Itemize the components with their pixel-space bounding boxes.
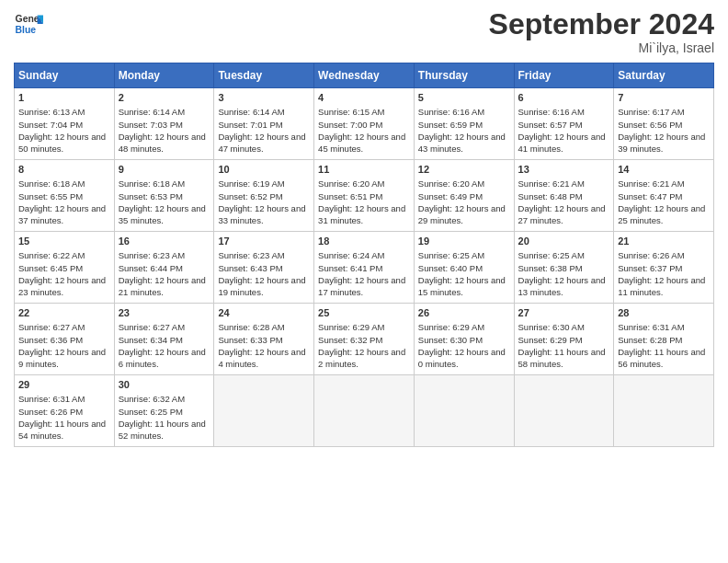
sunrise-label: Sunrise: 6:16 AM (518, 107, 585, 117)
sunset-label: Sunset: 6:29 PM (518, 335, 583, 345)
calendar-cell: 4Sunrise: 6:15 AMSunset: 7:00 PMDaylight… (314, 88, 415, 160)
daylight-label: Daylight: 12 hours and 13 minutes. (518, 275, 606, 297)
sunrise-label: Sunrise: 6:20 AM (318, 178, 384, 189)
sunset-label: Sunset: 6:51 PM (318, 191, 382, 201)
sunrise-label: Sunrise: 6:16 AM (418, 107, 484, 117)
sunrise-label: Sunrise: 6:23 AM (119, 250, 185, 260)
daylight-label: Daylight: 12 hours and 33 minutes. (218, 203, 305, 225)
day-number: 8 (18, 163, 110, 177)
sunrise-label: Sunrise: 6:28 AM (218, 322, 284, 332)
calendar-cell: 23Sunrise: 6:27 AMSunset: 6:34 PMDayligh… (114, 304, 214, 375)
sunrise-label: Sunrise: 6:27 AM (18, 322, 85, 332)
calendar-cell: 29Sunrise: 6:31 AMSunset: 6:26 PMDayligh… (15, 375, 115, 447)
calendar-header-thursday: Thursday (414, 63, 514, 88)
daylight-label: Daylight: 12 hours and 31 minutes. (318, 203, 405, 225)
daylight-label: Daylight: 11 hours and 58 minutes. (518, 347, 606, 369)
location: Mi`ilya, Israel (489, 40, 714, 55)
day-number: 16 (119, 235, 210, 248)
daylight-label: Daylight: 12 hours and 9 minutes. (18, 347, 106, 369)
daylight-label: Daylight: 11 hours and 52 minutes. (119, 419, 206, 441)
sunset-label: Sunset: 6:41 PM (318, 263, 382, 273)
calendar-cell: 17Sunrise: 6:23 AMSunset: 6:43 PMDayligh… (214, 232, 314, 304)
sunset-label: Sunset: 6:33 PM (218, 335, 282, 345)
sunset-label: Sunset: 6:49 PM (418, 191, 483, 201)
sunset-label: Sunset: 6:52 PM (218, 191, 282, 201)
day-number: 7 (618, 91, 710, 105)
sunset-label: Sunset: 7:04 PM (18, 120, 83, 130)
day-number: 24 (218, 306, 310, 320)
daylight-label: Daylight: 12 hours and 17 minutes. (318, 275, 405, 297)
day-number: 3 (218, 91, 310, 105)
calendar-header-row: SundayMondayTuesdayWednesdayThursdayFrid… (15, 63, 714, 88)
calendar-cell: 20Sunrise: 6:25 AMSunset: 6:38 PMDayligh… (514, 232, 614, 304)
calendar-cell: 25Sunrise: 6:29 AMSunset: 6:32 PMDayligh… (314, 304, 415, 375)
daylight-label: Daylight: 12 hours and 6 minutes. (119, 347, 206, 369)
sunrise-label: Sunrise: 6:18 AM (18, 178, 85, 189)
calendar-cell: 8Sunrise: 6:18 AMSunset: 6:55 PMDaylight… (15, 160, 115, 232)
sunset-label: Sunset: 6:56 PM (618, 120, 682, 130)
sunset-label: Sunset: 6:45 PM (18, 263, 83, 273)
calendar-week-row: 15Sunrise: 6:22 AMSunset: 6:45 PMDayligh… (15, 232, 714, 304)
calendar-cell: 27Sunrise: 6:30 AMSunset: 6:29 PMDayligh… (514, 304, 614, 375)
calendar-cell (314, 375, 415, 447)
calendar-cell: 26Sunrise: 6:29 AMSunset: 6:30 PMDayligh… (414, 304, 514, 375)
daylight-label: Daylight: 12 hours and 23 minutes. (18, 275, 106, 297)
calendar-cell: 13Sunrise: 6:21 AMSunset: 6:48 PMDayligh… (514, 160, 614, 232)
calendar-header-monday: Monday (114, 63, 214, 88)
day-number: 12 (418, 163, 510, 177)
day-number: 14 (618, 163, 710, 177)
sunset-label: Sunset: 6:28 PM (618, 335, 682, 345)
calendar-cell: 21Sunrise: 6:26 AMSunset: 6:37 PMDayligh… (614, 232, 714, 304)
sunrise-label: Sunrise: 6:22 AM (18, 250, 85, 260)
sunrise-label: Sunrise: 6:29 AM (418, 322, 484, 332)
day-number: 18 (318, 235, 410, 248)
sunset-label: Sunset: 6:37 PM (618, 263, 682, 273)
calendar-cell: 5Sunrise: 6:16 AMSunset: 6:59 PMDaylight… (414, 88, 514, 160)
sunrise-label: Sunrise: 6:13 AM (18, 107, 85, 117)
sunset-label: Sunset: 6:26 PM (18, 407, 83, 417)
day-number: 13 (518, 163, 610, 177)
daylight-label: Daylight: 12 hours and 0 minutes. (418, 347, 506, 369)
day-number: 23 (119, 306, 210, 320)
sunrise-label: Sunrise: 6:21 AM (618, 178, 684, 189)
daylight-label: Daylight: 12 hours and 27 minutes. (518, 203, 606, 225)
daylight-label: Daylight: 12 hours and 41 minutes. (518, 132, 606, 154)
sunrise-label: Sunrise: 6:19 AM (218, 178, 284, 189)
sunset-label: Sunset: 7:03 PM (119, 120, 183, 130)
daylight-label: Daylight: 12 hours and 21 minutes. (119, 275, 206, 297)
daylight-label: Daylight: 12 hours and 11 minutes. (618, 275, 705, 297)
sunrise-label: Sunrise: 6:25 AM (518, 250, 585, 260)
sunset-label: Sunset: 6:55 PM (18, 191, 83, 201)
daylight-label: Daylight: 11 hours and 56 minutes. (618, 347, 705, 369)
day-number: 2 (119, 91, 210, 105)
calendar-header-wednesday: Wednesday (314, 63, 415, 88)
day-number: 19 (418, 235, 510, 248)
calendar-cell: 22Sunrise: 6:27 AMSunset: 6:36 PMDayligh… (15, 304, 115, 375)
day-number: 10 (218, 163, 310, 177)
calendar-cell: 1Sunrise: 6:13 AMSunset: 7:04 PMDaylight… (15, 88, 115, 160)
day-number: 20 (518, 235, 610, 248)
daylight-label: Daylight: 12 hours and 47 minutes. (218, 132, 305, 154)
daylight-label: Daylight: 12 hours and 48 minutes. (119, 132, 206, 154)
sunrise-label: Sunrise: 6:20 AM (418, 178, 484, 189)
day-number: 6 (518, 91, 610, 105)
sunrise-label: Sunrise: 6:14 AM (119, 107, 185, 117)
day-number: 9 (119, 163, 210, 177)
day-number: 1 (18, 91, 110, 105)
calendar-cell: 19Sunrise: 6:25 AMSunset: 6:40 PMDayligh… (414, 232, 514, 304)
sunrise-label: Sunrise: 6:15 AM (318, 107, 384, 117)
day-number: 5 (418, 91, 510, 105)
day-number: 11 (318, 163, 410, 177)
daylight-label: Daylight: 12 hours and 45 minutes. (318, 132, 405, 154)
daylight-label: Daylight: 12 hours and 29 minutes. (418, 203, 506, 225)
calendar-cell: 2Sunrise: 6:14 AMSunset: 7:03 PMDaylight… (114, 88, 214, 160)
calendar-header-friday: Friday (514, 63, 614, 88)
day-number: 27 (518, 306, 610, 320)
calendar-cell: 30Sunrise: 6:32 AMSunset: 6:25 PMDayligh… (114, 375, 214, 447)
calendar-cell: 3Sunrise: 6:14 AMSunset: 7:01 PMDaylight… (214, 88, 314, 160)
calendar-cell: 6Sunrise: 6:16 AMSunset: 6:57 PMDaylight… (514, 88, 614, 160)
calendar-week-row: 22Sunrise: 6:27 AMSunset: 6:36 PMDayligh… (15, 304, 714, 375)
title-area: September 2024 Mi`ilya, Israel (489, 9, 714, 55)
sunrise-label: Sunrise: 6:21 AM (518, 178, 585, 189)
logo-icon: General Blue (14, 9, 43, 39)
